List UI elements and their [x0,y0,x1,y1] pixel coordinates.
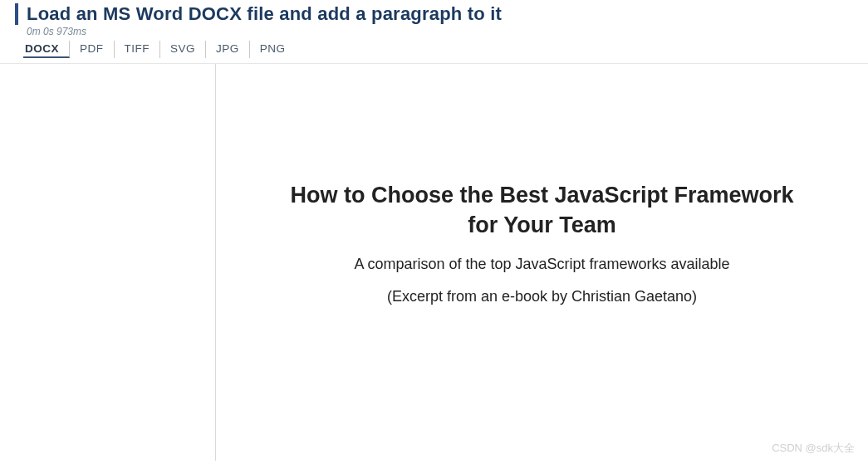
document-viewer: How to Choose the Best JavaScript Framew… [0,63,868,461]
document-title: How to Choose the Best JavaScript Framew… [285,180,800,241]
document-pane[interactable]: How to Choose the Best JavaScript Framew… [216,64,868,461]
page-header: Load an MS Word DOCX file and add a para… [0,0,868,58]
tab-pdf[interactable]: PDF [70,41,115,58]
tab-jpg[interactable]: JPG [206,41,250,58]
thumbnail-pane[interactable] [0,64,216,461]
page-title: Load an MS Word DOCX file and add a para… [27,3,502,25]
tab-svg[interactable]: SVG [160,41,206,58]
tab-docx[interactable]: DOCX [23,41,70,58]
tab-png[interactable]: PNG [250,41,296,58]
document-excerpt: (Excerpt from an e-book by Christian Gae… [216,288,868,305]
document-subtitle: A comparison of the top JavaScript frame… [216,256,868,273]
watermark: CSDN @sdk大全 [772,441,855,456]
tab-tiff[interactable]: TIFF [115,41,161,58]
format-tabs: DOCX PDF TIFF SVG JPG PNG [15,41,868,58]
title-bar: Load an MS Word DOCX file and add a para… [15,3,868,25]
execution-timing: 0m 0s 973ms [15,26,868,37]
